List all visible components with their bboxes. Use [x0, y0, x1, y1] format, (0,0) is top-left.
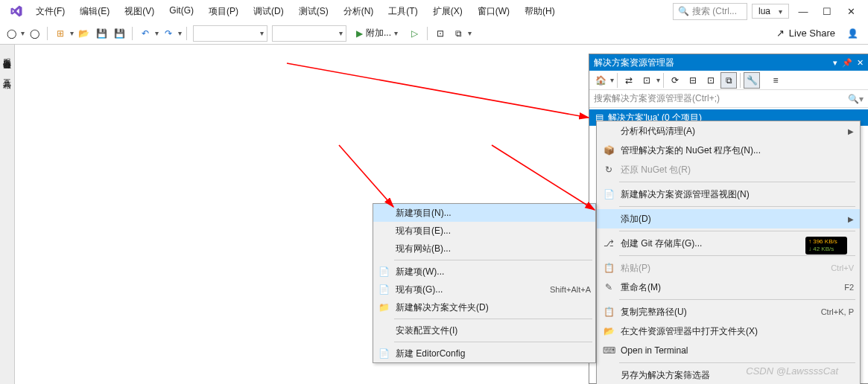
panel-title-bar[interactable]: 解决方案资源管理器 ▾ 📌 ✕: [589, 54, 868, 71]
tool-button-a[interactable]: ⊡: [432, 25, 449, 42]
menu-item-label: 现有网站(B)...: [396, 243, 451, 255]
menu-item[interactable]: 📂在文件资源管理器中打开文件夹(X): [597, 321, 860, 341]
menu-item-icon: 📋: [603, 307, 615, 317]
menu-item-label: 另存为解决方案筛选器: [621, 369, 710, 382]
menu-separator: [619, 299, 855, 300]
menu-item[interactable]: 📄新建 EditorConfig: [373, 345, 595, 362]
chevron-icon: ▾: [178, 29, 182, 37]
menu-item[interactable]: 📄新建项(W)...: [373, 263, 595, 281]
menu-item-label: 粘贴(P): [621, 262, 650, 275]
menu-item[interactable]: 分析(N): [336, 2, 381, 21]
menu-item[interactable]: 新建项目(N)...: [373, 204, 595, 222]
menu-item-label: 添加(D): [621, 213, 651, 225]
collapse-all-icon[interactable]: ⊟: [685, 72, 701, 89]
menu-item[interactable]: 现有网站(B)...: [373, 240, 595, 257]
network-speed-widget: ↑ 396 KB/s ↓ 42 KB/s: [805, 237, 847, 255]
home-icon[interactable]: 🏠: [592, 72, 609, 89]
panel-close-icon[interactable]: ✕: [857, 58, 864, 68]
menu-item-icon: 📄: [378, 348, 390, 359]
forward-button[interactable]: ◯: [26, 25, 42, 42]
platform-combo[interactable]: ▾: [272, 25, 346, 42]
close-button[interactable]: ✕: [846, 6, 856, 17]
menu-item[interactable]: 文件(F): [28, 2, 72, 21]
menu-item[interactable]: 安装配置文件(I): [373, 321, 595, 339]
account-button[interactable]: 👤: [844, 25, 861, 42]
minimize-button[interactable]: —: [798, 6, 808, 17]
show-all-files-icon[interactable]: ⊡: [703, 72, 719, 89]
search-box[interactable]: 🔍 搜索 (Ctrl...: [673, 3, 747, 20]
menu-item[interactable]: 添加(D)▶: [597, 209, 860, 228]
switch-views-icon[interactable]: ⇄: [621, 72, 637, 89]
menu-item[interactable]: 📄现有项(G)...Shift+Alt+A: [373, 281, 595, 298]
menu-item[interactable]: 调试(D): [246, 2, 291, 21]
context-menu-add[interactable]: 新建项目(N)...现有项目(E)...现有网站(B)...📄新建项(W)...…: [373, 203, 596, 363]
separator: [47, 27, 48, 40]
net-up: ↑ 396 KB/s: [808, 238, 844, 246]
menu-separator: [394, 260, 592, 260]
menu-item[interactable]: 帮助(H): [517, 2, 563, 21]
menu-item[interactable]: 项目(P): [201, 2, 246, 21]
menu-item-icon: 📄: [378, 266, 390, 277]
menu-item[interactable]: 测试(S): [291, 2, 336, 21]
menu-item[interactable]: 扩展(X): [425, 2, 470, 21]
menu-shortcut: Ctrl+V: [831, 263, 854, 272]
save-all-button[interactable]: 💾: [111, 25, 127, 42]
menu-item-label: 现有项目(E)...: [396, 225, 451, 237]
tab-toolbox[interactable]: 工具箱: [0, 68, 14, 80]
open-button[interactable]: 📂: [75, 25, 92, 42]
solution-combo[interactable]: lua ▾: [752, 4, 789, 19]
menu-item[interactable]: 工具(T): [381, 2, 425, 21]
panel-search[interactable]: 搜索解决方案资源管理器(Ctrl+;) 🔍▾: [589, 90, 868, 108]
menu-item[interactable]: 视图(V): [117, 2, 162, 21]
redo-button[interactable]: ↷: [160, 25, 177, 42]
chevron-icon: ▾: [155, 29, 159, 37]
menu-item[interactable]: 📄新建解决方案资源管理器视图(N): [597, 185, 860, 204]
menu-separator: [394, 342, 592, 342]
search-placeholder: 搜索 (Ctrl...: [692, 5, 737, 18]
menu-item[interactable]: 现有项目(E)...: [373, 222, 595, 240]
menu-item-label: 还原 NuGet 包(R): [621, 164, 691, 176]
menu-item-icon: 📄: [603, 189, 615, 199]
menu-item-icon: ✎: [603, 282, 615, 292]
preview-selected-icon[interactable]: ⧉: [720, 72, 737, 89]
left-tool-tabs: 服务器资源管理器 工具箱: [0, 45, 15, 384]
play-outline-button[interactable]: ▷: [406, 25, 422, 42]
maximize-button[interactable]: ☐: [822, 6, 832, 17]
menu-item[interactable]: Git(G): [162, 2, 201, 21]
save-button[interactable]: 💾: [93, 25, 110, 42]
tool-button-b[interactable]: ⧉: [450, 25, 466, 42]
menu-item[interactable]: 分析和代码清理(A)▶: [597, 121, 860, 141]
undo-button[interactable]: ↶: [137, 25, 153, 42]
menu-item-icon: 📁: [378, 302, 390, 313]
menu-item-icon: 📦: [603, 145, 615, 156]
play-icon: ▶: [356, 28, 363, 39]
live-share-button[interactable]: ↗ Live Share: [769, 26, 843, 40]
configuration-combo[interactable]: ▾: [193, 25, 267, 42]
menu-item[interactable]: ⌨Open in Terminal: [597, 341, 860, 360]
menu-shortcut: Shift+Alt+A: [550, 285, 591, 294]
combo-value: lua: [758, 6, 770, 16]
menu-item[interactable]: ✎重命名(M)F2: [597, 278, 860, 297]
pin-icon[interactable]: 📌: [842, 58, 852, 68]
pending-changes-icon[interactable]: ⊡: [639, 72, 655, 89]
chevron-icon: ▾: [21, 29, 25, 37]
menu-item[interactable]: 编辑(E): [72, 2, 117, 21]
menu-item-label: 新建解决方案资源管理器视图(N): [621, 188, 750, 201]
back-button[interactable]: ◯: [3, 25, 19, 42]
tab-server-explorer[interactable]: 服务器资源管理器: [0, 48, 14, 63]
start-attach-button[interactable]: ▶ 附加... ▾: [349, 25, 405, 42]
attach-label: 附加...: [366, 27, 391, 39]
menu-separator: [619, 362, 855, 363]
panel-search-placeholder: 搜索解决方案资源管理器(Ctrl+;): [594, 92, 720, 105]
menu-item[interactable]: 窗口(W): [470, 2, 517, 21]
menu-item-label: 安装配置文件(I): [396, 324, 457, 337]
menu-item[interactable]: 📦管理解决方案的 NuGet 程序包(N)...: [597, 141, 860, 160]
properties-icon[interactable]: 🔧: [744, 72, 760, 89]
new-project-button[interactable]: ⊞: [52, 25, 69, 42]
panel-menu-icon[interactable]: ▾: [833, 58, 837, 68]
sync-icon[interactable]: ⟳: [667, 72, 683, 89]
menu-item: ↻还原 NuGet 包(R): [597, 160, 860, 179]
menu-item[interactable]: 📋复制完整路径(U)Ctrl+K, P: [597, 302, 860, 321]
menu-item[interactable]: 📁新建解决方案文件夹(D): [373, 298, 595, 316]
filter-icon[interactable]: ≡: [767, 72, 784, 89]
